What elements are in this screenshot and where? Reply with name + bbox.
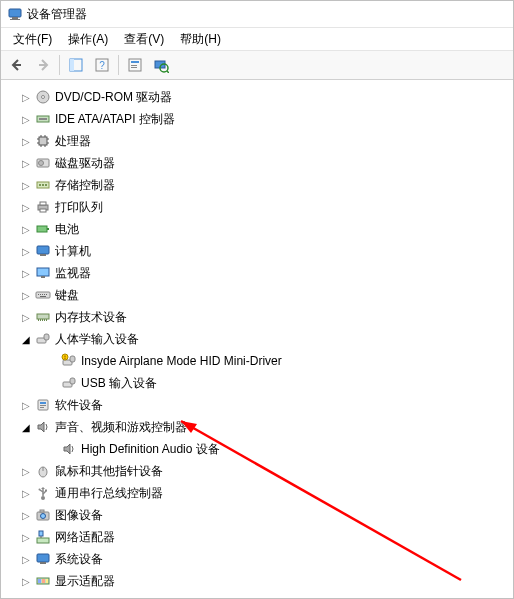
chevron-right-icon[interactable]: ▷ <box>19 224 33 235</box>
node-label: 存储控制器 <box>55 177 115 194</box>
node-memtech[interactable]: ▷内存技术设备 <box>1 306 513 328</box>
forward-button[interactable] <box>31 53 55 77</box>
node-battery[interactable]: ▷电池 <box>1 218 513 240</box>
chevron-right-icon[interactable]: ▷ <box>19 202 33 213</box>
menu-view[interactable]: 查看(V) <box>116 29 172 50</box>
node-ide[interactable]: ▷IDE ATA/ATAPI 控制器 <box>1 108 513 130</box>
node-system[interactable]: ▷系统设备 <box>1 548 513 570</box>
chevron-right-icon[interactable]: ▷ <box>19 136 33 147</box>
node-label: 电池 <box>55 221 79 238</box>
node-cpu[interactable]: ▷处理器 <box>1 130 513 152</box>
node-hid-usb[interactable]: USB 输入设备 <box>1 372 513 394</box>
svg-rect-79 <box>37 538 49 543</box>
node-mouse[interactable]: ▷鼠标和其他指针设备 <box>1 460 513 482</box>
node-label: 图像设备 <box>55 507 103 524</box>
memory-icon <box>35 309 51 325</box>
chevron-right-icon[interactable]: ▷ <box>19 158 33 169</box>
node-label: 通用串行总线控制器 <box>55 485 163 502</box>
network-icon <box>35 529 51 545</box>
chevron-right-icon[interactable]: ▷ <box>19 576 33 587</box>
node-storage[interactable]: ▷存储控制器 <box>1 174 513 196</box>
properties-button[interactable] <box>123 53 147 77</box>
svg-rect-11 <box>131 65 137 66</box>
svg-rect-40 <box>37 246 49 254</box>
svg-rect-0 <box>9 9 21 17</box>
window-title: 设备管理器 <box>27 6 87 23</box>
node-display[interactable]: ▷显示适配器 <box>1 570 513 592</box>
device-tree: ▷DVD/CD-ROM 驱动器 ▷IDE ATA/ATAPI 控制器 ▷处理器 … <box>1 80 513 599</box>
node-disk[interactable]: ▷磁盘驱动器 <box>1 152 513 174</box>
camera-icon <box>35 507 51 523</box>
usb-icon <box>35 485 51 501</box>
ide-controller-icon <box>35 111 51 127</box>
svg-rect-56 <box>46 319 47 321</box>
toolbar-sep <box>59 55 60 75</box>
chevron-right-icon[interactable]: ▷ <box>19 180 33 191</box>
back-button[interactable] <box>5 53 29 77</box>
svg-rect-43 <box>41 276 45 278</box>
chevron-right-icon[interactable]: ▷ <box>19 290 33 301</box>
chevron-right-icon[interactable]: ▷ <box>19 466 33 477</box>
chevron-right-icon[interactable]: ▷ <box>19 488 33 499</box>
svg-rect-63 <box>65 358 66 359</box>
svg-rect-6 <box>70 59 74 71</box>
chevron-down-icon[interactable]: ◢ <box>19 334 33 345</box>
node-hid[interactable]: ◢人体学输入设备 <box>1 328 513 350</box>
svg-rect-41 <box>40 254 46 256</box>
node-label: 显示适配器 <box>55 573 115 590</box>
node-label: 内存技术设备 <box>55 309 127 326</box>
node-sound[interactable]: ◢声音、视频和游戏控制器 <box>1 416 513 438</box>
cpu-icon <box>35 133 51 149</box>
toolbar-sep <box>118 55 119 75</box>
node-sound-hd[interactable]: High Definition Audio 设备 <box>1 438 513 460</box>
node-monitor[interactable]: ▷监视器 <box>1 262 513 284</box>
disc-drive-icon <box>35 89 51 105</box>
chevron-right-icon[interactable]: ▷ <box>19 510 33 521</box>
svg-rect-39 <box>47 228 49 230</box>
svg-rect-62 <box>65 356 66 358</box>
svg-rect-38 <box>37 226 47 232</box>
node-label: 声音、视频和游戏控制器 <box>55 419 187 436</box>
node-computer[interactable]: ▷计算机 <box>1 240 513 262</box>
chevron-right-icon[interactable]: ▷ <box>19 400 33 411</box>
node-label: 人体学输入设备 <box>55 331 139 348</box>
svg-rect-69 <box>40 407 44 408</box>
chevron-right-icon[interactable]: ▷ <box>19 554 33 565</box>
scan-hardware-button[interactable] <box>149 53 173 77</box>
help-button[interactable]: ? <box>90 53 114 77</box>
svg-point-34 <box>45 184 47 186</box>
node-keyboard[interactable]: ▷键盘 <box>1 284 513 306</box>
system-device-icon <box>35 551 51 567</box>
sound-icon <box>61 441 77 457</box>
svg-rect-80 <box>39 531 43 536</box>
node-softdev[interactable]: ▷软件设备 <box>1 394 513 416</box>
svg-text:?: ? <box>99 60 105 71</box>
svg-point-33 <box>42 184 44 186</box>
display-adapter-icon <box>35 573 51 589</box>
chevron-right-icon[interactable]: ▷ <box>19 246 33 257</box>
chevron-right-icon[interactable]: ▷ <box>19 312 33 323</box>
hid-device-icon <box>61 375 77 391</box>
menu-help[interactable]: 帮助(H) <box>172 29 229 50</box>
node-hid-airplane[interactable]: Insyde Airplane Mode HID Mini-Driver <box>1 350 513 372</box>
node-dvd[interactable]: ▷DVD/CD-ROM 驱动器 <box>1 86 513 108</box>
node-usb[interactable]: ▷通用串行总线控制器 <box>1 482 513 504</box>
show-hide-console-button[interactable] <box>64 53 88 77</box>
svg-rect-60 <box>70 356 75 362</box>
chevron-down-icon[interactable]: ◢ <box>19 422 33 433</box>
svg-point-32 <box>39 184 41 186</box>
storage-controller-icon <box>35 177 51 193</box>
svg-rect-4 <box>39 64 47 66</box>
chevron-right-icon[interactable]: ▷ <box>19 92 33 103</box>
chevron-right-icon[interactable]: ▷ <box>19 114 33 125</box>
chevron-right-icon[interactable]: ▷ <box>19 532 33 543</box>
menu-file[interactable]: 文件(F) <box>5 29 60 50</box>
node-label: 磁盘驱动器 <box>55 155 115 172</box>
chevron-right-icon[interactable]: ▷ <box>19 268 33 279</box>
node-print[interactable]: ▷打印队列 <box>1 196 513 218</box>
menu-action[interactable]: 操作(A) <box>60 29 116 50</box>
node-network[interactable]: ▷网络适配器 <box>1 526 513 548</box>
node-imaging[interactable]: ▷图像设备 <box>1 504 513 526</box>
keyboard-icon <box>35 287 51 303</box>
node-label: IDE ATA/ATAPI 控制器 <box>55 111 175 128</box>
